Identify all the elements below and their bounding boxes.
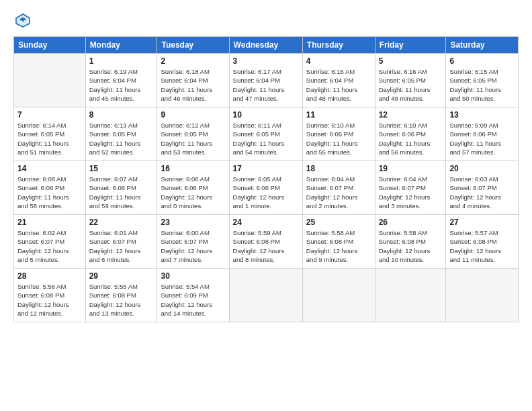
calendar-table: SundayMondayTuesdayWednesdayThursdayFrid…: [13, 36, 519, 322]
day-of-week-header: Saturday: [446, 37, 519, 54]
calendar-cell: [229, 269, 302, 322]
day-info: Sunrise: 6:01 AM Sunset: 6:07 PM Dayligh…: [89, 228, 154, 264]
day-of-week-header: Tuesday: [157, 37, 229, 54]
day-number: 22: [89, 218, 154, 227]
calendar-cell: [375, 269, 446, 322]
day-info: Sunrise: 6:04 AM Sunset: 6:07 PM Dayligh…: [306, 175, 371, 210]
day-number: 16: [161, 164, 225, 173]
calendar-cell: 24Sunrise: 5:59 AM Sunset: 6:08 PM Dayli…: [229, 215, 302, 269]
calendar-cell: 22Sunrise: 6:01 AM Sunset: 6:07 PM Dayli…: [85, 215, 157, 269]
day-number: 3: [233, 56, 299, 66]
day-info: Sunrise: 5:58 AM Sunset: 6:08 PM Dayligh…: [306, 228, 371, 264]
day-info: Sunrise: 5:59 AM Sunset: 6:08 PM Dayligh…: [233, 228, 299, 264]
day-number: 12: [379, 110, 443, 120]
header: [13, 11, 519, 30]
day-info: Sunrise: 5:54 AM Sunset: 6:09 PM Dayligh…: [161, 282, 225, 318]
day-of-week-header: Thursday: [302, 37, 375, 54]
day-number: 23: [161, 218, 225, 227]
day-number: 8: [89, 110, 154, 120]
calendar-cell: 21Sunrise: 6:02 AM Sunset: 6:07 PM Dayli…: [14, 215, 86, 269]
day-info: Sunrise: 6:09 AM Sunset: 6:06 PM Dayligh…: [449, 121, 515, 156]
calendar-cell: 19Sunrise: 6:04 AM Sunset: 6:07 PM Dayli…: [375, 161, 446, 215]
day-number: 17: [233, 164, 299, 173]
day-info: Sunrise: 5:58 AM Sunset: 6:08 PM Dayligh…: [379, 228, 443, 264]
calendar-week-row: 28Sunrise: 5:56 AM Sunset: 6:08 PM Dayli…: [14, 269, 519, 322]
calendar-cell: 12Sunrise: 6:10 AM Sunset: 6:06 PM Dayli…: [375, 107, 446, 161]
calendar-week-row: 21Sunrise: 6:02 AM Sunset: 6:07 PM Dayli…: [14, 215, 519, 269]
day-number: 26: [379, 218, 443, 227]
calendar-cell: 18Sunrise: 6:04 AM Sunset: 6:07 PM Dayli…: [302, 161, 375, 215]
day-info: Sunrise: 6:18 AM Sunset: 6:04 PM Dayligh…: [161, 67, 225, 103]
day-info: Sunrise: 5:55 AM Sunset: 6:08 PM Dayligh…: [89, 282, 154, 318]
day-number: 28: [17, 271, 82, 281]
day-info: Sunrise: 6:19 AM Sunset: 6:04 PM Dayligh…: [89, 67, 154, 103]
day-info: Sunrise: 6:08 AM Sunset: 6:06 PM Dayligh…: [17, 175, 82, 210]
day-info: Sunrise: 6:17 AM Sunset: 6:04 PM Dayligh…: [233, 67, 299, 103]
day-of-week-header: Sunday: [14, 37, 86, 54]
calendar-cell: 8Sunrise: 6:13 AM Sunset: 6:05 PM Daylig…: [85, 107, 157, 161]
day-number: 14: [17, 164, 82, 173]
day-number: 2: [161, 56, 225, 66]
day-info: Sunrise: 6:07 AM Sunset: 6:06 PM Dayligh…: [89, 175, 154, 210]
day-number: 18: [306, 164, 371, 173]
day-of-week-header: Wednesday: [229, 37, 302, 54]
calendar-header-row: SundayMondayTuesdayWednesdayThursdayFrid…: [14, 37, 519, 54]
svg-point-2: [21, 19, 24, 21]
day-number: 1: [89, 56, 154, 66]
calendar-cell: 7Sunrise: 6:14 AM Sunset: 6:05 PM Daylig…: [14, 107, 86, 161]
day-number: 13: [449, 110, 515, 120]
calendar-cell: 28Sunrise: 5:56 AM Sunset: 6:08 PM Dayli…: [14, 269, 86, 322]
day-info: Sunrise: 6:04 AM Sunset: 6:07 PM Dayligh…: [379, 175, 443, 210]
day-info: Sunrise: 6:05 AM Sunset: 6:06 PM Dayligh…: [233, 175, 299, 210]
day-info: Sunrise: 6:14 AM Sunset: 6:05 PM Dayligh…: [17, 121, 82, 156]
day-number: 10: [233, 110, 299, 120]
day-number: 25: [306, 218, 371, 227]
day-number: 4: [306, 56, 371, 66]
calendar-cell: 13Sunrise: 6:09 AM Sunset: 6:06 PM Dayli…: [446, 107, 519, 161]
calendar-week-row: 14Sunrise: 6:08 AM Sunset: 6:06 PM Dayli…: [14, 161, 519, 215]
calendar-cell: [14, 54, 86, 107]
day-info: Sunrise: 5:57 AM Sunset: 6:08 PM Dayligh…: [449, 228, 515, 264]
calendar-cell: 20Sunrise: 6:03 AM Sunset: 6:07 PM Dayli…: [446, 161, 519, 215]
day-info: Sunrise: 6:11 AM Sunset: 6:05 PM Dayligh…: [233, 121, 299, 156]
calendar-cell: 17Sunrise: 6:05 AM Sunset: 6:06 PM Dayli…: [229, 161, 302, 215]
calendar-cell: [446, 269, 519, 322]
calendar-cell: 3Sunrise: 6:17 AM Sunset: 6:04 PM Daylig…: [229, 54, 302, 107]
calendar-cell: 4Sunrise: 6:16 AM Sunset: 6:04 PM Daylig…: [302, 54, 375, 107]
day-number: 11: [306, 110, 371, 120]
day-number: 5: [379, 56, 443, 66]
day-info: Sunrise: 6:06 AM Sunset: 6:06 PM Dayligh…: [161, 175, 225, 210]
day-of-week-header: Friday: [375, 37, 446, 54]
calendar-cell: 14Sunrise: 6:08 AM Sunset: 6:06 PM Dayli…: [14, 161, 86, 215]
day-number: 15: [89, 164, 154, 173]
day-number: 9: [161, 110, 225, 120]
calendar-cell: 29Sunrise: 5:55 AM Sunset: 6:08 PM Dayli…: [85, 269, 157, 322]
day-number: 7: [17, 110, 82, 120]
page: SundayMondayTuesdayWednesdayThursdayFrid…: [0, 0, 532, 411]
calendar-cell: 30Sunrise: 5:54 AM Sunset: 6:09 PM Dayli…: [157, 269, 229, 322]
calendar-cell: 15Sunrise: 6:07 AM Sunset: 6:06 PM Dayli…: [85, 161, 157, 215]
day-number: 6: [449, 56, 515, 66]
logo: [13, 11, 35, 30]
day-info: Sunrise: 6:00 AM Sunset: 6:07 PM Dayligh…: [161, 228, 225, 264]
day-info: Sunrise: 6:10 AM Sunset: 6:06 PM Dayligh…: [379, 121, 443, 156]
day-info: Sunrise: 6:15 AM Sunset: 6:05 PM Dayligh…: [449, 67, 515, 103]
calendar-cell: 10Sunrise: 6:11 AM Sunset: 6:05 PM Dayli…: [229, 107, 302, 161]
calendar-cell: 1Sunrise: 6:19 AM Sunset: 6:04 PM Daylig…: [85, 54, 157, 107]
day-info: Sunrise: 6:16 AM Sunset: 6:04 PM Dayligh…: [306, 67, 371, 103]
calendar-week-row: 7Sunrise: 6:14 AM Sunset: 6:05 PM Daylig…: [14, 107, 519, 161]
day-info: Sunrise: 6:16 AM Sunset: 6:05 PM Dayligh…: [379, 67, 443, 103]
calendar-cell: 6Sunrise: 6:15 AM Sunset: 6:05 PM Daylig…: [446, 54, 519, 107]
day-info: Sunrise: 6:02 AM Sunset: 6:07 PM Dayligh…: [17, 228, 82, 264]
calendar-cell: [302, 269, 375, 322]
calendar-week-row: 1Sunrise: 6:19 AM Sunset: 6:04 PM Daylig…: [14, 54, 519, 107]
day-number: 19: [379, 164, 443, 173]
calendar-cell: 2Sunrise: 6:18 AM Sunset: 6:04 PM Daylig…: [157, 54, 229, 107]
day-info: Sunrise: 6:12 AM Sunset: 6:05 PM Dayligh…: [161, 121, 225, 156]
day-number: 27: [449, 218, 515, 227]
day-of-week-header: Monday: [85, 37, 157, 54]
logo-icon: [13, 11, 32, 30]
day-info: Sunrise: 6:03 AM Sunset: 6:07 PM Dayligh…: [449, 175, 515, 210]
day-number: 24: [233, 218, 299, 227]
day-number: 29: [89, 271, 154, 281]
